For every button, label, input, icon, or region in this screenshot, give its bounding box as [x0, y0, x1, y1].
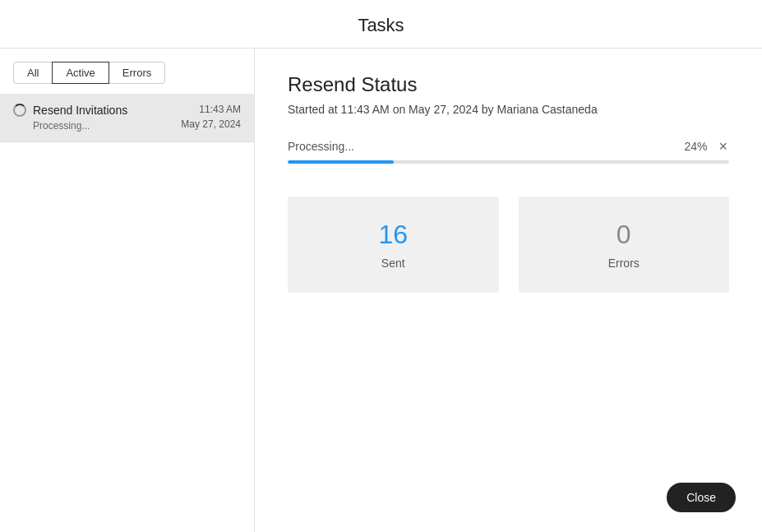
progress-label: Processing...	[288, 140, 354, 153]
task-time: 11:43 AM	[199, 104, 241, 115]
task-item-right: 11:43 AM May 27, 2024	[181, 104, 241, 130]
stats-row: 16 Sent 0 Errors	[288, 197, 729, 293]
progress-percent: 24%	[684, 140, 707, 153]
left-panel: All Active Errors Resend Invitations Pro…	[0, 49, 255, 532]
resend-status-title: Resend Status	[288, 73, 729, 96]
task-date: May 27, 2024	[181, 118, 241, 130]
task-icon-row: Resend Invitations	[13, 104, 127, 117]
main-layout: All Active Errors Resend Invitations Pro…	[0, 49, 762, 532]
task-list: Resend Invitations Processing... 11:43 A…	[0, 94, 254, 532]
page-header: Tasks	[0, 0, 762, 49]
stat-card-sent: 16 Sent	[288, 197, 499, 293]
task-spinner-icon	[13, 104, 26, 117]
stat-sent-label: Sent	[381, 257, 405, 270]
filter-tabs: All Active Errors	[0, 49, 254, 94]
stat-card-errors: 0 Errors	[519, 197, 730, 293]
progress-header: Processing... 24% ×	[288, 139, 729, 154]
close-button[interactable]: Close	[667, 483, 736, 512]
progress-bar-track	[288, 160, 729, 164]
progress-percent-row: 24% ×	[684, 139, 729, 154]
stat-errors-value: 0	[617, 220, 631, 250]
task-name: Resend Invitations	[33, 104, 127, 117]
task-item[interactable]: Resend Invitations Processing... 11:43 A…	[0, 94, 254, 142]
page-title: Tasks	[0, 15, 762, 36]
progress-close-button[interactable]: ×	[717, 139, 729, 154]
progress-section: Processing... 24% ×	[288, 139, 729, 164]
progress-bar-fill	[288, 160, 394, 164]
stat-sent-value: 16	[378, 220, 408, 250]
tab-active[interactable]: Active	[52, 62, 109, 84]
task-status: Processing...	[13, 120, 127, 132]
right-panel: Resend Status Started at 11:43 AM on May…	[255, 49, 762, 532]
tab-all[interactable]: All	[13, 62, 53, 84]
stat-errors-label: Errors	[608, 257, 640, 270]
tab-errors[interactable]: Errors	[109, 62, 165, 84]
resend-status-subtitle: Started at 11:43 AM on May 27, 2024 by M…	[288, 103, 729, 116]
task-item-left: Resend Invitations Processing...	[13, 104, 127, 132]
footer-row: Close	[667, 483, 736, 512]
